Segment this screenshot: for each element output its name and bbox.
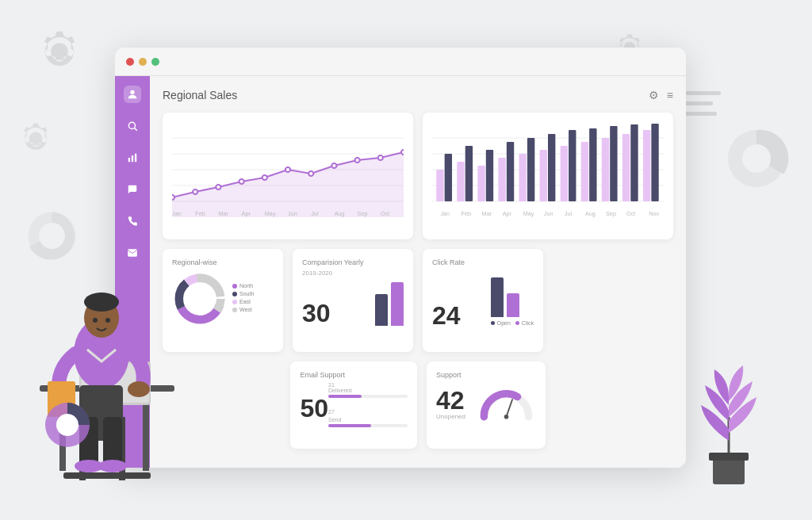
svg-rect-37 [128,158,130,162]
svg-text:Jun: Jun [288,211,297,217]
svg-rect-87 [602,138,609,201]
comparison-card: Comparision Yearly 2019-2020 30 [293,249,413,352]
menu-icon[interactable]: ≡ [667,89,673,101]
person-illustration [16,195,190,496]
send-bar-bg [328,424,408,427]
svg-point-110 [504,415,508,419]
svg-line-109 [506,400,512,417]
bar-chart-svg: Jan Feb Mar Apr May Jun Jul Aug Sep Oct … [432,122,664,217]
legend-south: South [232,291,254,296]
svg-text:Sep: Sep [358,211,368,217]
svg-text:Jul: Jul [565,211,573,217]
svg-text:Jul: Jul [311,211,319,217]
svg-text:Apr: Apr [503,211,512,217]
legend-click: Click [515,320,534,326]
svg-point-48 [239,179,243,184]
plant-illustration [689,361,768,488]
window-titlebar [115,48,686,76]
svg-line-36 [135,128,137,131]
stats-row: Regional-wise [163,249,673,352]
svg-rect-79 [519,154,527,201]
email-support-card: Email Support 50 21 Delivered [290,361,417,449]
comparison-subtitle: 2019-2020 [302,270,404,277]
support-gauge [477,382,536,422]
send-bar-fill [328,424,371,427]
svg-point-108 [187,286,213,312]
svg-text:Mar: Mar [218,211,228,217]
svg-rect-8 [713,457,745,484]
svg-rect-76 [486,150,493,201]
svg-point-47 [216,185,220,189]
svg-rect-86 [589,128,596,201]
svg-rect-73 [457,162,464,201]
svg-text:Feb: Feb [462,211,472,217]
delivered-bar-fill [328,395,362,398]
placeholder-bottom-4 [555,361,673,449]
maximize-button[interactable] [151,58,159,66]
minimize-button[interactable] [139,58,147,66]
delivered-progress: 21 Delivered [328,382,408,398]
comparison-bar-1 [375,294,388,326]
sidebar-icon-user[interactable] [124,86,141,103]
click-rate-value: 24 [432,303,461,328]
decorative-pie-right [721,123,792,194]
svg-point-53 [354,158,359,162]
svg-rect-29 [103,417,122,465]
send-progress: 27 Send [328,403,408,427]
settings-icon[interactable]: ⚙ [649,89,659,101]
svg-rect-84 [569,130,576,201]
svg-point-54 [378,155,383,160]
svg-point-50 [285,167,290,172]
svg-text:May: May [265,211,276,217]
sidebar-icon-chart[interactable] [124,149,141,166]
svg-rect-90 [630,124,638,201]
svg-rect-80 [527,138,534,201]
legend-open: Open [491,320,511,326]
delivered-label: Delivered [328,388,408,393]
main-content: Regional Sales ⚙ ≡ [150,76,686,468]
svg-rect-9 [709,453,749,461]
comparison-bar-2 [391,282,404,326]
bar-chart-card: Jan Feb Mar Apr May Jun Jul Aug Sep Oct … [423,113,673,239]
top-charts-row: Jan Feb Mar Apr May Jun Jul Aug Sep Oct [163,113,673,239]
click-bar-open [491,277,504,317]
svg-rect-72 [445,154,452,201]
svg-rect-38 [132,155,133,162]
bottom-row: Email Support 50 21 Delivered [163,361,673,449]
svg-point-49 [262,175,267,180]
svg-rect-92 [651,124,658,201]
svg-rect-83 [561,146,568,201]
svg-rect-78 [507,142,514,201]
svg-point-31 [98,460,127,472]
svg-rect-74 [465,146,473,201]
svg-point-51 [308,171,313,176]
sidebar-icon-search[interactable] [124,117,141,135]
svg-rect-13 [63,472,151,479]
svg-text:Feb: Feb [195,211,205,217]
svg-point-46 [193,189,197,194]
svg-rect-4 [681,91,721,95]
line-chart-card: Jan Feb Mar Apr May Jun Jul Aug Sep Oct [163,113,413,239]
support-title: Support [436,371,535,379]
header-actions: ⚙ ≡ [649,89,673,101]
svg-point-52 [331,163,336,168]
legend-east: East [232,299,254,304]
svg-point-55 [401,150,404,155]
svg-text:Oct: Oct [626,211,635,217]
svg-text:Oct: Oct [381,211,389,217]
svg-rect-75 [477,166,485,201]
delivered-bar-bg [328,395,408,398]
send-label: Send [328,417,408,422]
window-controls [126,58,159,66]
svg-rect-88 [610,126,617,201]
svg-rect-71 [436,170,443,201]
email-support-title: Email Support [300,371,408,379]
gear-icon-bottom-left [8,111,63,166]
svg-rect-81 [540,150,547,201]
svg-rect-82 [548,134,555,201]
svg-rect-85 [581,142,588,201]
content-header: Regional Sales ⚙ ≡ [163,89,673,101]
svg-point-25 [93,318,98,323]
close-button[interactable] [126,58,134,66]
line-chart-svg: Jan Feb Mar Apr May Jun Jul Aug Sep Oct [172,122,404,217]
